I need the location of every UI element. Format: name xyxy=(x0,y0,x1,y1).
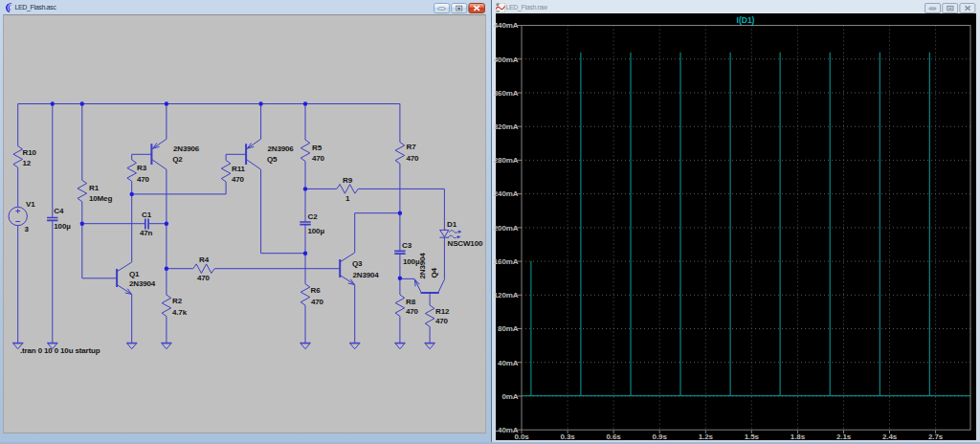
svg-text:2N3906: 2N3906 xyxy=(268,144,295,153)
svg-text:C3: C3 xyxy=(402,241,412,250)
svg-text:40mA: 40mA xyxy=(498,359,519,367)
svg-text:I(D1): I(D1) xyxy=(737,15,755,25)
svg-text:.tran 0 10 0 10u startup: .tran 0 10 0 10u startup xyxy=(20,346,100,355)
svg-text:0.0s: 0.0s xyxy=(514,433,529,441)
svg-text:47n: 47n xyxy=(140,229,153,237)
svg-text:R11: R11 xyxy=(232,165,245,173)
svg-text:400mA: 400mA xyxy=(494,56,519,64)
svg-text:280mA: 280mA xyxy=(494,156,519,165)
svg-text:C4: C4 xyxy=(54,207,64,215)
svg-text:1.5s: 1.5s xyxy=(745,433,760,441)
svg-text:D1: D1 xyxy=(447,220,457,229)
svg-text:2N3904: 2N3904 xyxy=(418,253,427,279)
svg-text:100µ: 100µ xyxy=(54,222,71,231)
svg-text:12: 12 xyxy=(23,159,32,167)
svg-text:1.8s: 1.8s xyxy=(791,433,806,441)
svg-text:80mA: 80mA xyxy=(498,324,519,333)
svg-text:Q4: Q4 xyxy=(430,267,438,278)
svg-text:V1: V1 xyxy=(26,200,35,209)
svg-text:C1: C1 xyxy=(142,211,152,219)
svg-text:R5: R5 xyxy=(312,144,323,152)
svg-text:10Meg: 10Meg xyxy=(89,194,112,203)
svg-text:3: 3 xyxy=(25,225,30,233)
svg-text:470: 470 xyxy=(406,307,419,316)
svg-text:2.1s: 2.1s xyxy=(836,433,852,441)
svg-text:470: 470 xyxy=(435,317,449,325)
svg-text:320mA: 320mA xyxy=(494,122,519,131)
svg-text:0.6s: 0.6s xyxy=(607,433,622,441)
svg-text:470: 470 xyxy=(232,175,245,184)
svg-text:R8: R8 xyxy=(406,298,416,306)
svg-text:R4: R4 xyxy=(199,255,210,264)
svg-text:2.7s: 2.7s xyxy=(928,433,944,441)
svg-text:120mA: 120mA xyxy=(494,291,519,300)
svg-text:440mA: 440mA xyxy=(494,21,519,30)
svg-text:R6: R6 xyxy=(311,286,322,295)
svg-text:R10: R10 xyxy=(23,148,37,157)
svg-text:100µ: 100µ xyxy=(308,227,325,235)
svg-text:470: 470 xyxy=(197,274,211,282)
svg-text:1.2s: 1.2s xyxy=(699,433,714,441)
svg-text:R1: R1 xyxy=(89,184,100,192)
svg-text:0.3s: 0.3s xyxy=(561,433,576,441)
svg-text:0mA: 0mA xyxy=(501,392,518,401)
svg-text:360mA: 360mA xyxy=(494,89,519,98)
svg-text:2N3904: 2N3904 xyxy=(129,279,156,288)
svg-text:160mA: 160mA xyxy=(494,257,519,266)
svg-text:Q1: Q1 xyxy=(129,270,140,278)
svg-text:1: 1 xyxy=(345,194,350,203)
svg-text:NSCW100: NSCW100 xyxy=(448,239,483,248)
svg-text:Q2: Q2 xyxy=(172,155,183,164)
svg-text:470: 470 xyxy=(407,154,420,163)
svg-text:R7: R7 xyxy=(407,143,417,151)
svg-text:470: 470 xyxy=(311,298,324,306)
svg-text:Q5: Q5 xyxy=(267,155,278,164)
svg-text:Q3: Q3 xyxy=(352,259,363,268)
svg-text:200mA: 200mA xyxy=(494,224,519,233)
svg-text:240mA: 240mA xyxy=(494,189,519,198)
svg-text:470: 470 xyxy=(137,175,150,184)
svg-text:2N3906: 2N3906 xyxy=(173,144,200,153)
svg-text:R2: R2 xyxy=(172,297,183,305)
svg-text:0.9s: 0.9s xyxy=(653,433,668,441)
svg-text:4.7k: 4.7k xyxy=(172,308,188,317)
svg-text:R12: R12 xyxy=(435,307,450,316)
svg-text:C2: C2 xyxy=(308,212,319,221)
svg-text:2.4s: 2.4s xyxy=(882,433,898,441)
svg-text:2N3904: 2N3904 xyxy=(353,271,380,279)
svg-text:470: 470 xyxy=(312,154,325,163)
svg-text:R3: R3 xyxy=(137,164,147,172)
svg-text:R9: R9 xyxy=(343,176,353,185)
